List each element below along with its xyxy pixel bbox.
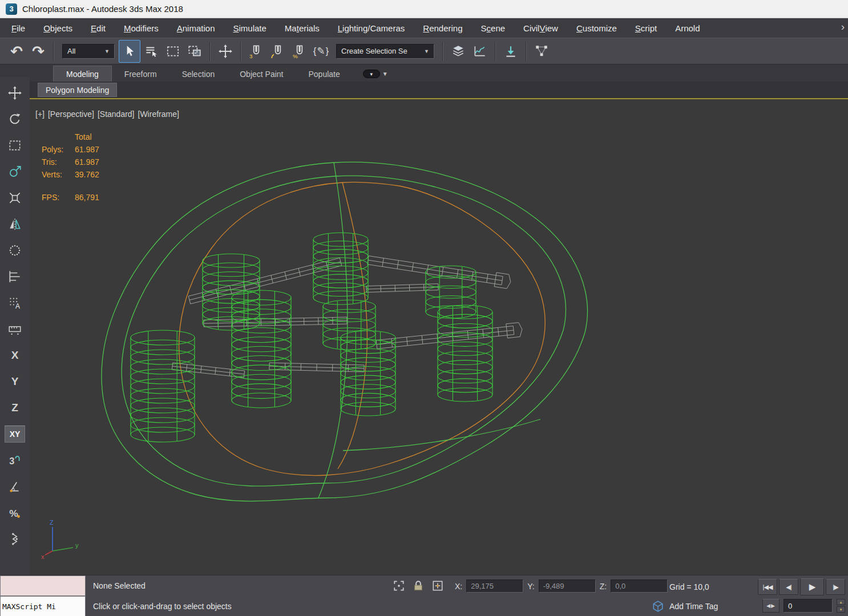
- current-frame-field[interactable]: 0: [784, 599, 833, 613]
- ribbon-tab-freeform[interactable]: Freeform: [112, 67, 169, 82]
- axis-constraint-xy-button[interactable]: XY: [3, 421, 27, 447]
- world-axis-gizmo: Z x y: [40, 518, 84, 560]
- angle-snap-button[interactable]: [3, 473, 27, 500]
- select-and-manipulate-button[interactable]: [3, 159, 27, 185]
- selection-status-text: None Selected: [93, 581, 146, 590]
- menu-item-customize[interactable]: Customize: [567, 18, 626, 38]
- perspective-viewport[interactable]: [+] [Perspective] [Standard] [Wireframe]…: [30, 98, 848, 575]
- menu-item-objects[interactable]: Objects: [34, 18, 82, 38]
- selection-region-button[interactable]: [3, 132, 27, 159]
- gizmo-y-label: y: [75, 542, 79, 549]
- coord-x-field[interactable]: 29,175: [466, 579, 523, 593]
- scale-tool-button[interactable]: [3, 185, 27, 211]
- window-crossing-toggle-button[interactable]: [184, 40, 205, 63]
- menu-item-edit[interactable]: Edit: [82, 18, 115, 38]
- coord-y-field[interactable]: -9,489: [539, 579, 596, 593]
- menu-item-arnold[interactable]: Arnold: [666, 18, 709, 38]
- align-tool-button[interactable]: [3, 264, 27, 290]
- ribbon-tab-bar: ModelingFreeformSelectionObject PaintPop…: [0, 64, 848, 82]
- schematic-view-button[interactable]: [531, 40, 552, 63]
- stats-tris-label: Tris:: [42, 157, 75, 167]
- spinner-snap-button[interactable]: [3, 526, 27, 552]
- axis-constraint-z-button[interactable]: Z: [3, 395, 27, 421]
- snaps-toggle-button[interactable]: 3: [245, 40, 267, 63]
- axis-constraint-y-button[interactable]: Y: [3, 368, 27, 395]
- axis-constraint-x-button[interactable]: X: [3, 342, 27, 368]
- select-object-button[interactable]: [119, 40, 140, 63]
- mirror-tool-button[interactable]: [3, 211, 27, 237]
- measure-tool-button[interactable]: [3, 316, 27, 342]
- svg-text:%: %: [293, 52, 298, 58]
- ribbon-tab-selection[interactable]: Selection: [169, 67, 228, 82]
- curve-editor-button[interactable]: [469, 40, 491, 63]
- viewport-menu-pov[interactable]: [Perspective]: [48, 110, 94, 119]
- maxscript-mini-listener-input[interactable]: MAXScript Mi: [0, 596, 86, 616]
- undo-button[interactable]: ↶: [6, 40, 27, 63]
- menu-item-file[interactable]: File: [2, 18, 34, 38]
- gizmo-x-label: x: [41, 553, 45, 560]
- ribbon-tab-populate[interactable]: Populate: [296, 67, 352, 82]
- menu-bar-items: FileObjectsEditModifiersAnimationSimulat…: [2, 18, 709, 38]
- viewport-menu-render-preset[interactable]: [Standard]: [98, 110, 135, 119]
- snaps-toggle-3d-button[interactable]: 3: [3, 447, 27, 473]
- ribbon-minimize-button[interactable]: ▾: [363, 70, 380, 78]
- ribbon-tab-object-paint[interactable]: Object Paint: [227, 67, 296, 82]
- go-to-start-button[interactable]: |◀◀: [758, 579, 777, 595]
- redo-button[interactable]: ↷: [27, 40, 49, 63]
- selection-filter-dropdown[interactable]: All ▼: [62, 44, 115, 59]
- chain-dots-icon: [7, 532, 22, 546]
- redo-icon: ↷: [32, 44, 45, 59]
- menu-item-civil-view[interactable]: Civil View: [514, 18, 567, 38]
- absolute-offset-mode-button[interactable]: [431, 579, 444, 594]
- menu-item-simulate[interactable]: Simulate: [224, 18, 275, 38]
- next-frame-button[interactable]: |▶: [826, 579, 845, 595]
- menu-item-materials[interactable]: Materials: [276, 18, 329, 38]
- spinner-up-icon[interactable]: ▲: [837, 599, 845, 605]
- selection-lock-button[interactable]: [412, 579, 425, 594]
- previous-frame-button[interactable]: ◀|: [779, 579, 798, 595]
- soft-selection-button[interactable]: [3, 237, 27, 264]
- menu-item-scene[interactable]: Scene: [472, 18, 515, 38]
- menu-item-lighting-cameras[interactable]: Lighting/Cameras: [329, 18, 414, 38]
- select-and-move-button[interactable]: [215, 40, 236, 63]
- stats-total-header: Total: [75, 132, 99, 141]
- key-mode-toggle-button[interactable]: ◀▶: [762, 599, 780, 613]
- play-button[interactable]: ▶: [800, 578, 824, 595]
- menu-item-animation[interactable]: Animation: [168, 18, 224, 38]
- toolbar-separator: [495, 42, 496, 61]
- add-time-tag-control[interactable]: Add Time Tag: [652, 600, 718, 613]
- isolate-selection-button[interactable]: [393, 579, 405, 594]
- percent-snap-button[interactable]: %: [3, 500, 27, 526]
- ribbon-options-caret-icon[interactable]: ▼: [382, 71, 388, 77]
- viewport-menu-shading[interactable]: [Wireframe]: [138, 110, 179, 119]
- coord-z-label: Z:: [600, 582, 607, 591]
- named-selection-sets-dropdown[interactable]: Create Selection Se ▼: [336, 44, 434, 59]
- viewport-menu-general[interactable]: [+]: [35, 110, 45, 119]
- polygon-modeling-panel-tab[interactable]: Polygon Modeling: [38, 83, 117, 97]
- angle-snap-toggle-button[interactable]: [267, 40, 289, 63]
- grid-annotate-button[interactable]: A: [3, 290, 27, 316]
- rectangular-selection-region-button[interactable]: [162, 40, 184, 63]
- percent-snap-toggle-button[interactable]: %: [289, 40, 310, 63]
- menu-item-modifiers[interactable]: Modifiers: [115, 18, 168, 38]
- axis-z-label: Z: [11, 402, 18, 414]
- viewport-wireframe: [30, 99, 848, 575]
- magnet-3d-snap-icon: 3: [249, 44, 264, 59]
- percent-icon: %: [7, 505, 22, 520]
- select-by-name-button[interactable]: [140, 40, 162, 63]
- move-tool-button[interactable]: [3, 80, 27, 106]
- maxscript-listener-output[interactable]: [0, 576, 86, 596]
- spinner-down-icon[interactable]: ▼: [837, 606, 845, 613]
- dope-sheet-button[interactable]: [500, 40, 522, 63]
- frame-controls: ◀▶ 0 ▲ ▼: [762, 599, 845, 613]
- menu-item-script[interactable]: Script: [626, 18, 666, 38]
- layers-icon: [451, 44, 466, 59]
- rotate-tool-button[interactable]: [3, 106, 27, 132]
- coord-z-field[interactable]: 0,0: [611, 579, 668, 593]
- menu-item-rendering[interactable]: Rendering: [414, 18, 471, 38]
- edit-named-selection-sets-button[interactable]: {✎}: [310, 40, 332, 63]
- layer-explorer-button[interactable]: [447, 40, 469, 63]
- menu-overflow-icon[interactable]: ›: [841, 21, 845, 33]
- ribbon-tab-modeling[interactable]: Modeling: [53, 66, 112, 82]
- prompt-line-text: Click or click-and-drag to select object…: [93, 602, 232, 611]
